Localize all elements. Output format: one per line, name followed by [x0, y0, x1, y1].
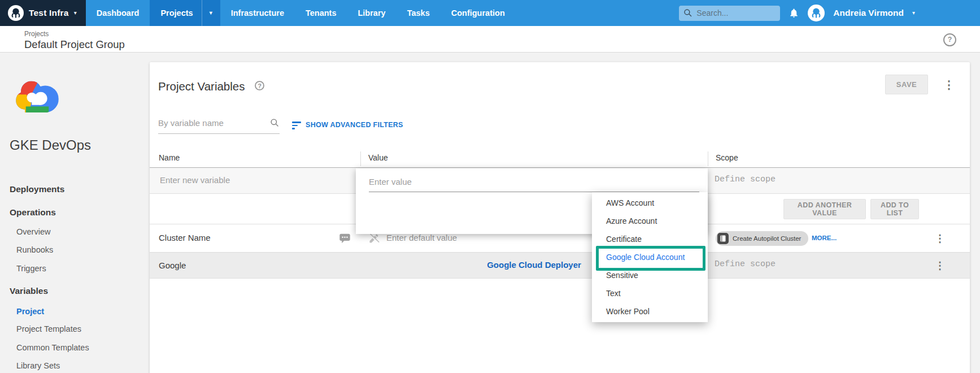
nav-tab-label: Configuration: [451, 8, 505, 18]
column-header-scope: Scope: [716, 153, 738, 162]
global-search: [679, 6, 780, 21]
user-avatar[interactable]: [808, 5, 825, 21]
dropdown-item-certificate[interactable]: Certificate: [592, 230, 708, 248]
add-to-list-button[interactable]: ADD TO LIST: [870, 199, 919, 219]
global-search-input[interactable]: [679, 6, 780, 21]
more-link[interactable]: MORE...: [812, 235, 837, 241]
app-root: Test Infra ▾ Dashboard Projects ▾ Infras…: [0, 0, 980, 373]
variable-filter-input[interactable]: [158, 116, 264, 133]
new-variable-name-input[interactable]: [159, 175, 345, 185]
top-nav: Test Infra ▾ Dashboard Projects ▾ Infras…: [0, 0, 980, 26]
sidebar-item-common-templates[interactable]: Common Templates: [16, 343, 89, 352]
page-title: Default Project Group: [24, 38, 125, 51]
sidebar-item-library-sets[interactable]: Library Sets: [16, 361, 60, 370]
nav-tab-label: Infrastructure: [231, 8, 284, 18]
filter-icon: [292, 120, 301, 129]
variable-name: Cluster Name: [159, 233, 211, 242]
dropdown-item-worker-pool[interactable]: Worker Pool: [592, 302, 708, 320]
sidebar-item-project-templates[interactable]: Project Templates: [16, 324, 81, 333]
sidebar-item-triggers[interactable]: Triggers: [16, 264, 46, 273]
nav-tab-label: Projects: [160, 8, 193, 18]
user-name[interactable]: Andreia Virmond: [833, 8, 904, 18]
row-overflow-menu-icon[interactable]: ⋮: [935, 261, 945, 271]
nav-tab-dashboard[interactable]: Dashboard: [86, 0, 150, 26]
row-overflow-menu-icon[interactable]: ⋮: [935, 233, 945, 244]
column-header-value: Value: [368, 153, 388, 162]
sidebar-item-variables[interactable]: Variables: [10, 286, 48, 296]
dropdown-item-sensitive[interactable]: Sensitive: [592, 266, 708, 284]
project-name: GKE DevOps: [10, 137, 91, 153]
dropdown-item-aws-account[interactable]: AWS Account: [592, 194, 708, 212]
nav-tab-label: Tenants: [306, 8, 337, 18]
sidebar-item-operations[interactable]: Operations: [10, 207, 56, 218]
dropdown-item-google-cloud-account[interactable]: Google Cloud Account: [592, 248, 708, 266]
variable-row-google: Google Google Cloud Deployer ⋮: [150, 253, 970, 279]
nav-tab-label: Tasks: [407, 8, 430, 18]
chevron-down-icon[interactable]: ▾: [912, 10, 915, 16]
sidebar-item-project[interactable]: Project: [16, 307, 44, 316]
comment-icon[interactable]: [339, 233, 351, 246]
breadcrumb-bar: Projects Default Project Group ?: [0, 26, 980, 53]
show-advanced-filters-label: SHOW ADVANCED FILTERS: [306, 121, 403, 129]
help-icon[interactable]: ?: [943, 33, 956, 46]
breadcrumb-projects-link[interactable]: Projects: [24, 30, 49, 38]
runbook-chip[interactable]: Create Autopilot Cluster: [716, 231, 808, 246]
dropdown-item-text[interactable]: Text: [592, 284, 708, 302]
nav-tab-tenants[interactable]: Tenants: [295, 0, 347, 26]
octopus-logo-icon: [8, 5, 24, 21]
notifications-bell-icon[interactable]: [789, 7, 799, 19]
nav-tab-infrastructure[interactable]: Infrastructure: [220, 0, 295, 26]
show-advanced-filters-link[interactable]: SHOW ADVANCED FILTERS: [292, 120, 403, 129]
runbook-icon: [717, 233, 729, 244]
nav-tab-projects[interactable]: Projects: [150, 0, 201, 26]
nav-tab-label: Library: [358, 8, 385, 18]
nav-tab-configuration[interactable]: Configuration: [441, 0, 516, 26]
overflow-menu-icon[interactable]: ⋮: [943, 79, 955, 90]
brand-label: Test Infra: [29, 8, 69, 18]
new-variable-scope-input[interactable]: [713, 174, 883, 185]
nav-tab-projects-dropdown-toggle[interactable]: ▾: [202, 0, 220, 26]
value-input[interactable]: [369, 176, 699, 192]
pencil-disabled-icon: [368, 233, 380, 246]
variable-filter: [158, 116, 280, 134]
column-header-name: Name: [159, 153, 180, 162]
search-icon: [683, 8, 692, 20]
project-variables-card: Project Variables ? SAVE ⋮ SHOW ADVANCED…: [150, 62, 970, 373]
chevron-down-icon: ▾: [74, 10, 77, 16]
google-cloud-logo-icon: [12, 75, 62, 118]
add-another-value-button[interactable]: ADD ANOTHER VALUE: [783, 199, 866, 219]
save-button[interactable]: SAVE: [885, 75, 928, 94]
dropdown-item-azure-account[interactable]: Azure Account: [592, 212, 708, 230]
nav-tab-tasks[interactable]: Tasks: [397, 0, 441, 26]
help-icon[interactable]: ?: [255, 81, 264, 90]
variable-type-dropdown: AWS Account Azure Account Certificate Go…: [592, 192, 708, 322]
nav-right-group: Andreia Virmond ▾: [679, 0, 980, 26]
sidebar-item-runbooks[interactable]: Runbooks: [16, 245, 53, 254]
runbook-chip-label: Create Autopilot Cluster: [733, 235, 801, 242]
table-header: Name Value Scope: [150, 149, 970, 168]
nav-tab-label: Dashboard: [97, 8, 140, 18]
variable-name: Google: [159, 261, 186, 270]
scope-input[interactable]: [713, 259, 883, 270]
brand-menu[interactable]: Test Infra ▾: [0, 0, 86, 26]
chevron-down-icon: ▾: [210, 10, 212, 16]
sidebar-item-overview[interactable]: Overview: [16, 227, 50, 236]
card-title: Project Variables: [158, 80, 245, 93]
sidebar-item-deployments[interactable]: Deployments: [10, 184, 64, 194]
search-icon: [270, 118, 280, 130]
nav-tab-library[interactable]: Library: [347, 0, 396, 26]
